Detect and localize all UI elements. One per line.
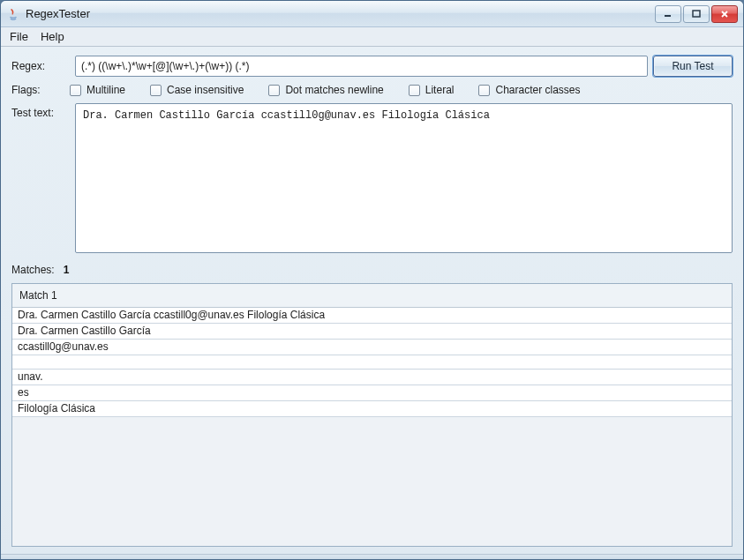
flag-label: Character classes (495, 84, 580, 96)
flag-label: Case insensitive (167, 84, 244, 96)
match-line: Filología Clásica (12, 401, 732, 417)
flag-literal[interactable]: Literal (409, 84, 455, 96)
flag-label: Literal (425, 84, 455, 96)
matches-label: Matches: (11, 264, 55, 276)
checkbox-icon (409, 85, 420, 96)
app-window: RegexTester File Help Regex: Run Test Fl… (0, 0, 744, 560)
regex-row: Regex: Run Test (11, 56, 733, 77)
window-bottom-border (1, 554, 743, 559)
java-icon (6, 7, 20, 21)
flags-row: Flags: Multiline Case insensitive Dot ma… (11, 84, 733, 96)
menubar: File Help (1, 27, 743, 47)
flag-label: Multiline (86, 84, 125, 96)
checkbox-icon (150, 85, 162, 96)
match-line (12, 355, 732, 370)
maximize-button[interactable] (683, 5, 710, 23)
checkbox-icon (268, 85, 280, 96)
window-title: RegexTester (26, 7, 655, 20)
test-text-row: Test text: (11, 103, 733, 253)
results-empty-area (12, 417, 732, 546)
run-test-button[interactable]: Run Test (653, 56, 733, 77)
flag-case-insensitive[interactable]: Case insensitive (150, 84, 244, 96)
flags-group: Multiline Case insensitive Dot matches n… (70, 84, 581, 96)
menu-file[interactable]: File (4, 28, 34, 45)
flag-dot-matches-newline[interactable]: Dot matches newline (268, 84, 383, 96)
minimize-button[interactable] (655, 5, 681, 23)
close-button[interactable] (711, 5, 738, 23)
titlebar[interactable]: RegexTester (1, 1, 743, 27)
flag-multiline[interactable]: Multiline (70, 84, 125, 96)
regex-label: Regex: (11, 60, 70, 72)
match-header: Match 1 (12, 284, 732, 308)
matches-count: 1 (64, 264, 70, 276)
test-text-input[interactable] (75, 103, 733, 253)
flag-label: Dot matches newline (285, 84, 383, 96)
flag-character-classes[interactable]: Character classes (478, 84, 580, 96)
svg-rect-0 (693, 11, 700, 17)
matches-row: Matches: 1 (11, 260, 733, 276)
match-line: Dra. Carmen Castillo García ccastill0g@u… (12, 308, 732, 324)
checkbox-icon (478, 85, 490, 96)
match-line: es (12, 385, 732, 401)
menu-help[interactable]: Help (35, 28, 70, 45)
content-area: Regex: Run Test Flags: Multiline Case in… (1, 47, 743, 554)
test-text-label: Test text: (11, 103, 70, 119)
flags-label: Flags: (11, 84, 70, 96)
checkbox-icon (70, 85, 81, 96)
results-panel: Match 1 Dra. Carmen Castillo García ccas… (11, 283, 733, 547)
match-line: unav. (12, 370, 732, 385)
match-line: Dra. Carmen Castillo García (12, 324, 732, 340)
window-controls (655, 5, 738, 23)
regex-input[interactable] (75, 56, 648, 77)
match-line: ccastill0g@unav.es (12, 340, 732, 355)
